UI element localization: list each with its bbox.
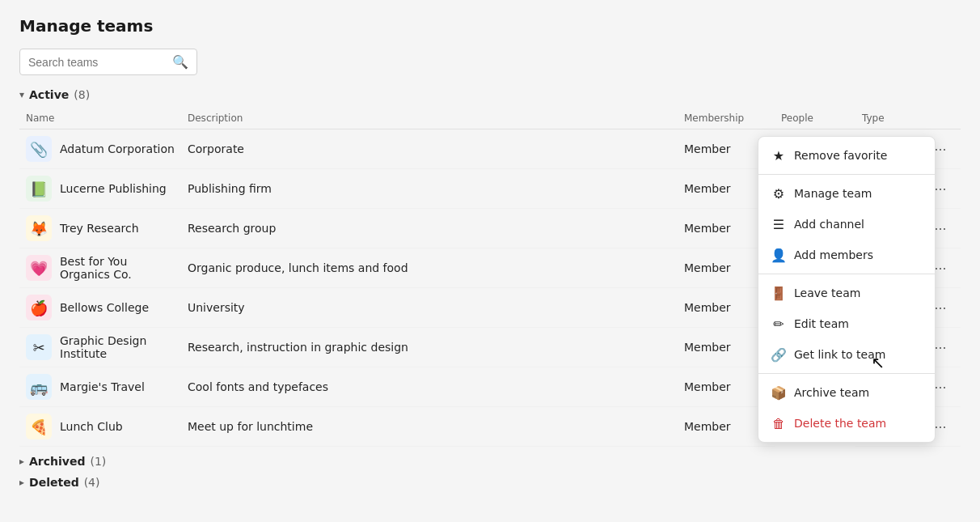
description-cell: Cool fonts and typefaces bbox=[181, 367, 678, 407]
description-cell: Research group bbox=[181, 209, 678, 248]
page-title: Manage teams bbox=[19, 16, 961, 36]
col-header-type: Type bbox=[855, 108, 920, 129]
menu-divider bbox=[758, 174, 935, 175]
menu-item-label: Add channel bbox=[794, 218, 864, 231]
menu-item-label: Remove favorite bbox=[794, 149, 887, 162]
deleted-label: Deleted bbox=[29, 476, 79, 489]
name-cell: 🚌 Margie's Travel bbox=[19, 367, 181, 407]
manage-teams-page: Manage teams 🔍 ▾ Active (8) Name Descrip… bbox=[0, 0, 980, 522]
menu-item-label: Manage team bbox=[794, 187, 872, 200]
team-name: Adatum Corporation bbox=[60, 142, 175, 155]
name-cell: 📎 Adatum Corporation bbox=[19, 129, 181, 169]
team-icon: 📗 bbox=[26, 176, 52, 202]
team-name: Lucerne Publishing bbox=[60, 182, 167, 195]
name-cell: 💗 Best for You Organics Co. bbox=[19, 248, 181, 288]
edit-icon: ✏ bbox=[771, 316, 786, 331]
description-cell: Research, instruction in graphic design bbox=[181, 328, 678, 367]
team-icon: 🍎 bbox=[26, 295, 52, 320]
deleted-count: (4) bbox=[84, 476, 100, 489]
chevron-right-icon-2: ▸ bbox=[19, 477, 24, 488]
col-header-name: Name bbox=[19, 108, 181, 129]
name-cell: 🦊 Trey Research bbox=[19, 209, 181, 248]
active-section-header[interactable]: ▾ Active (8) bbox=[19, 88, 961, 101]
name-cell: 🍎 Bellows College bbox=[19, 288, 181, 328]
team-icon: 💗 bbox=[26, 255, 52, 281]
archived-label: Archived bbox=[29, 455, 85, 468]
chevron-right-icon: ▸ bbox=[19, 456, 24, 467]
menu-item-label: Edit team bbox=[794, 317, 849, 330]
team-icon: ✂️ bbox=[26, 334, 52, 360]
menu-item-get-link[interactable]: 🔗 Get link to team bbox=[758, 339, 935, 370]
col-header-people: People bbox=[775, 108, 855, 129]
chevron-down-icon: ▾ bbox=[19, 89, 24, 100]
trash-icon: 🗑 bbox=[771, 416, 786, 431]
menu-item-manage-team[interactable]: ⚙ Manage team bbox=[758, 178, 935, 209]
channel-icon: ☰ bbox=[771, 217, 786, 231]
menu-item-label: Archive team bbox=[794, 386, 869, 399]
team-icon: 🦊 bbox=[26, 215, 52, 241]
archived-section-header[interactable]: ▸ Archived (1) bbox=[19, 455, 961, 468]
team-icon: 📎 bbox=[26, 136, 52, 162]
team-name: Bellows College bbox=[60, 301, 149, 314]
menu-item-label: Add members bbox=[794, 248, 873, 261]
name-cell: 🍕 Lunch Club bbox=[19, 407, 181, 447]
context-menu: ★ Remove favorite ⚙ Manage team ☰ Add ch… bbox=[758, 136, 936, 443]
star-icon: ★ bbox=[771, 148, 786, 163]
name-cell: 📗 Lucerne Publishing bbox=[19, 169, 181, 209]
description-cell: Publishing firm bbox=[181, 169, 678, 209]
menu-divider bbox=[758, 373, 935, 374]
menu-divider bbox=[758, 274, 935, 274]
menu-item-delete-team[interactable]: 🗑 Delete the team bbox=[758, 408, 935, 439]
leave-icon: 🚪 bbox=[771, 286, 786, 300]
gear-icon: ⚙ bbox=[771, 186, 786, 201]
team-name: Margie's Travel bbox=[60, 380, 145, 393]
col-header-description: Description bbox=[181, 108, 678, 129]
menu-item-archive-team[interactable]: 📦 Archive team bbox=[758, 377, 935, 408]
deleted-section-header[interactable]: ▸ Deleted (4) bbox=[19, 476, 961, 489]
deleted-section: ▸ Deleted (4) bbox=[19, 476, 961, 489]
description-cell: Corporate bbox=[181, 129, 678, 169]
name-cell: ✂️ Graphic Design Institute bbox=[19, 328, 181, 367]
description-cell: Meet up for lunchtime bbox=[181, 407, 678, 447]
search-input[interactable] bbox=[28, 56, 172, 69]
menu-item-label: Delete the team bbox=[794, 417, 886, 430]
team-icon: 🍕 bbox=[26, 414, 52, 439]
search-bar[interactable]: 🔍 bbox=[19, 49, 197, 75]
archived-count: (1) bbox=[90, 455, 106, 468]
person-add-icon: 👤 bbox=[771, 248, 786, 262]
active-label: Active bbox=[29, 88, 69, 101]
description-cell: University bbox=[181, 288, 678, 328]
team-name: Trey Research bbox=[60, 222, 139, 235]
menu-item-label: Get link to team bbox=[794, 348, 885, 361]
archive-icon: 📦 bbox=[771, 385, 786, 400]
menu-item-leave-team[interactable]: 🚪 Leave team bbox=[758, 278, 935, 308]
col-header-actions bbox=[920, 108, 961, 129]
menu-item-label: Leave team bbox=[794, 286, 860, 299]
team-name: Best for You Organics Co. bbox=[60, 255, 175, 281]
team-icon: 🚌 bbox=[26, 374, 52, 400]
description-cell: Organic produce, lunch items and food bbox=[181, 248, 678, 288]
search-icon: 🔍 bbox=[172, 54, 188, 70]
link-icon: 🔗 bbox=[771, 347, 786, 362]
active-count: (8) bbox=[74, 88, 90, 101]
team-name: Lunch Club bbox=[60, 420, 123, 433]
menu-item-edit-team[interactable]: ✏ Edit team bbox=[758, 308, 935, 339]
col-header-membership: Membership bbox=[678, 108, 775, 129]
menu-item-add-channel[interactable]: ☰ Add channel bbox=[758, 209, 935, 240]
team-name: Graphic Design Institute bbox=[60, 334, 175, 360]
menu-item-remove-favorite[interactable]: ★ Remove favorite bbox=[758, 140, 935, 171]
archived-section: ▸ Archived (1) bbox=[19, 455, 961, 468]
menu-item-add-members[interactable]: 👤 Add members bbox=[758, 240, 935, 270]
